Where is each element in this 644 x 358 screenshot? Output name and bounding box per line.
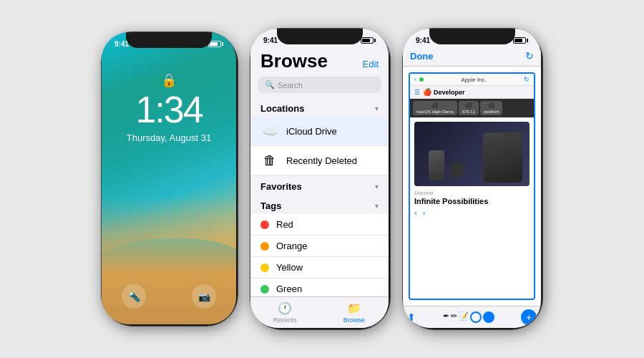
tags-chevron: ▾ xyxy=(375,202,379,210)
pen-icon-2[interactable]: ✏ xyxy=(451,311,457,323)
icloud-icon: ☁️ xyxy=(260,122,279,140)
icloud-label: iCloud Drive xyxy=(286,126,337,137)
recently-deleted-label: Recently Deleted xyxy=(286,155,357,166)
files-title: Browse xyxy=(260,50,328,72)
filled-tool[interactable] xyxy=(483,311,494,323)
status-time-3: 9:41 xyxy=(416,37,430,44)
browse-tab-label: Browse xyxy=(343,316,365,324)
browser-content: ‹ Apple Inc. ↻ ☰ 🍎 Developer xyxy=(403,67,541,306)
iphone-device xyxy=(429,150,444,180)
macos-label: macOS High Sierra xyxy=(416,110,454,114)
done-button[interactable]: Done xyxy=(410,51,434,62)
notch-3 xyxy=(429,29,515,44)
developer-text: Developer xyxy=(434,89,465,96)
ios-label: iOS 11 xyxy=(462,110,475,114)
files-content: Locations ▾ ☁️ iCloud Drive 🗑 Recently D… xyxy=(250,97,389,296)
favorites-chevron: ▾ xyxy=(375,183,379,190)
files-search-bar[interactable]: 🔍 Search xyxy=(258,77,381,93)
lock-date: Thursday, August 31 xyxy=(127,132,211,143)
tags-section-header[interactable]: Tags ▾ xyxy=(250,195,389,214)
macos-icon: ⬛ xyxy=(431,102,439,109)
share-icon[interactable]: ↻ xyxy=(525,50,534,62)
ios-icon: ⬛ xyxy=(465,102,472,109)
browser-top-bar: Done ↻ xyxy=(403,49,541,67)
flashlight-button[interactable]: 🔦 xyxy=(122,284,146,309)
tag-orange-dot xyxy=(260,242,269,251)
watch-device xyxy=(450,162,463,178)
ipad-device xyxy=(483,132,522,183)
files-header: Browse Edit xyxy=(250,49,389,77)
tab-browse[interactable]: 📁 Browse xyxy=(320,301,389,324)
reload-icon[interactable]: ↻ xyxy=(524,76,530,83)
url-text: Apple Inc. xyxy=(426,77,521,83)
icloud-drive-row[interactable]: ☁️ iCloud Drive xyxy=(250,117,389,146)
tag-yellow-label: Yellow xyxy=(276,262,303,273)
tag-orange-row[interactable]: Orange xyxy=(250,236,389,257)
browser-bottom-bar: ⬆ ✒ ✏ 📝 + xyxy=(403,306,541,328)
headline-text: Infinite Possibilities xyxy=(414,197,530,205)
tag-green-dot xyxy=(260,285,269,294)
battery-icon-2 xyxy=(361,37,376,44)
webkit-label: webKit4 xyxy=(484,110,499,114)
locations-section-header[interactable]: Locations ▾ xyxy=(250,97,389,117)
pen-icon-1[interactable]: ✒ xyxy=(443,311,449,323)
inner-nav-bar: ☰ 🍎 Developer xyxy=(410,86,534,99)
tag-green-label: Green xyxy=(276,284,302,294)
recents-tab-icon: 🕐 xyxy=(278,301,292,315)
status-time-2: 9:41 xyxy=(263,37,278,44)
nav-arrows: ‹ › xyxy=(414,208,530,217)
apple-products-image xyxy=(414,122,530,186)
tags-title: Tags xyxy=(260,200,281,211)
lasso-tool[interactable] xyxy=(470,311,482,323)
developer-label: 🍎 Developer xyxy=(423,88,530,96)
tag-red-label: Red xyxy=(276,219,293,230)
inner-page-content: Discover Infinite Possibilities ‹ › xyxy=(410,117,534,221)
lock-icon: 🔒 xyxy=(161,72,177,88)
favorites-section-header[interactable]: Favorites ▾ xyxy=(250,175,389,195)
webkit-icon: ⬛ xyxy=(488,102,495,109)
battery-icon-3 xyxy=(513,37,528,44)
secure-icon xyxy=(419,77,424,82)
tab-ios[interactable]: ⬛ iOS 11 xyxy=(459,101,479,115)
notch-2 xyxy=(277,29,363,44)
camera-button[interactable]: 📷 xyxy=(192,284,216,309)
browse-tab-icon: 📁 xyxy=(347,301,361,315)
files-tab-bar: 🕐 Recents 📁 Browse xyxy=(250,296,389,328)
tab-recents[interactable]: 🕐 Recents xyxy=(250,301,320,324)
tag-yellow-row[interactable]: Yellow xyxy=(250,257,389,279)
next-arrow[interactable]: › xyxy=(423,208,426,217)
inner-tabs-bar: ⬛ macOS High Sierra ⬛ iOS 11 ⬛ webKit4 xyxy=(410,99,534,117)
tag-orange-label: Orange xyxy=(276,241,307,251)
share-bottom-icon[interactable]: ⬆ xyxy=(407,311,416,323)
back-icon[interactable]: ‹ xyxy=(414,76,416,83)
tag-yellow-dot xyxy=(260,263,269,272)
tab-macos[interactable]: ⬛ macOS High Sierra xyxy=(413,101,457,115)
files-edit-button[interactable]: Edit xyxy=(363,59,379,69)
locations-title: Locations xyxy=(260,103,304,114)
notch xyxy=(126,32,212,48)
tag-red-dot xyxy=(260,221,269,229)
inner-url-bar: ‹ Apple Inc. ↻ xyxy=(410,74,534,86)
apple-logo-icon: 🍎 xyxy=(423,88,431,96)
pen-tools: ✒ ✏ 📝 xyxy=(443,311,494,323)
hamburger-icon[interactable]: ☰ xyxy=(414,89,420,96)
recents-tab-label: Recents xyxy=(273,316,297,324)
pen-icon-3[interactable]: 📝 xyxy=(459,311,469,323)
lock-time: 1:34 xyxy=(135,91,202,128)
tag-green-row[interactable]: Green xyxy=(250,279,389,296)
trash-icon: 🗑 xyxy=(260,151,279,170)
prev-arrow[interactable]: ‹ xyxy=(414,208,417,217)
add-button[interactable]: + xyxy=(521,309,537,325)
tab-webkit[interactable]: ⬛ webKit4 xyxy=(480,101,502,115)
inner-browser-frame: ‹ Apple Inc. ↻ ☰ 🍎 Developer xyxy=(409,72,535,300)
favorites-title: Favorites xyxy=(260,181,302,192)
phone-browser: 9:41 ▲ Done ↻ xyxy=(403,29,542,329)
phone-files: 9:41 ▲ Browse Edit xyxy=(250,29,390,329)
locations-chevron: ▾ xyxy=(375,105,379,112)
tag-red-row[interactable]: Red xyxy=(250,214,389,236)
search-placeholder: Search xyxy=(278,81,303,90)
recently-deleted-row[interactable]: 🗑 Recently Deleted xyxy=(250,146,389,175)
discover-label: Discover xyxy=(414,190,530,195)
search-icon: 🔍 xyxy=(265,80,275,90)
phone-lockscreen: 9:41 ▲ 🔒 1:34 Thursday, xyxy=(102,32,238,326)
